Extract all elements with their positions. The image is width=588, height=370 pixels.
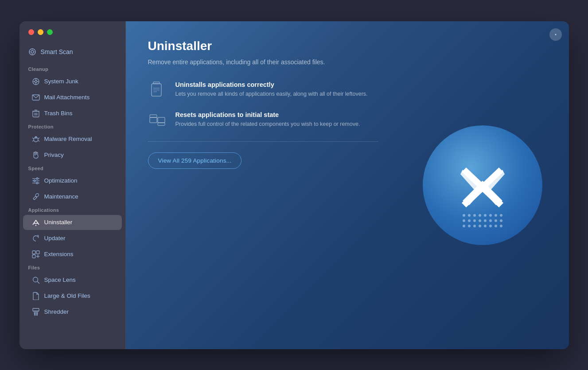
mail-icon — [32, 93, 40, 101]
svg-point-44 — [555, 34, 556, 35]
svg-rect-37 — [33, 308, 39, 311]
content-area: Uninstaller Remove entire applications, … — [148, 39, 378, 169]
sidebar-item-label: Mail Attachments — [44, 94, 90, 101]
sidebar-item-smart-scan[interactable]: Smart Scan — [19, 43, 125, 60]
sidebar-item-label: Shredder — [44, 308, 69, 315]
view-all-apps-button[interactable]: View All 259 Applications... — [148, 152, 242, 169]
feature-item-resets: Resets applications to initial state Pro… — [148, 111, 378, 131]
content-divider — [148, 141, 378, 142]
sidebar-item-shredder[interactable]: Shredder — [23, 304, 122, 319]
sliders-icon — [32, 177, 40, 185]
svg-rect-33 — [36, 251, 39, 254]
svg-line-39 — [34, 312, 35, 315]
sidebar-item-updater[interactable]: Updater — [23, 231, 122, 246]
lens-icon — [32, 276, 40, 284]
system-junk-icon — [32, 78, 40, 86]
feature-uninstalls-text: Uninstalls applications correctly Lets y… — [175, 81, 368, 98]
svg-point-7 — [35, 80, 37, 82]
sidebar-item-label: System Junk — [44, 78, 78, 85]
svg-point-0 — [29, 49, 35, 55]
sidebar-item-large-old-files[interactable]: Large & Old Files — [23, 288, 122, 304]
svg-line-22 — [38, 138, 39, 139]
svg-rect-46 — [153, 82, 160, 84]
sidebar-item-optimization[interactable]: Optimization — [23, 173, 122, 188]
maximize-button[interactable] — [47, 29, 53, 35]
sidebar-section-speed: Speed — [19, 163, 125, 173]
sidebar-item-label: Privacy — [44, 152, 64, 158]
sidebar: Smart Scan Cleanup System Junk — [19, 21, 126, 349]
sidebar-item-system-junk[interactable]: System Junk — [23, 74, 122, 89]
sidebar-item-label: Uninstaller — [44, 219, 73, 226]
extensions-icon — [32, 250, 40, 258]
svg-line-41 — [37, 312, 38, 315]
svg-rect-51 — [150, 115, 157, 117]
app-icon-container — [423, 125, 542, 245]
svg-line-24 — [38, 140, 39, 141]
close-button[interactable] — [28, 29, 34, 35]
page-subtitle: Remove entire applications, including al… — [148, 58, 378, 67]
sidebar-item-mail-attachments[interactable]: Mail Attachments — [23, 90, 122, 105]
feature-resets-icon — [148, 111, 167, 131]
svg-rect-32 — [32, 251, 35, 254]
app-logo-icon — [454, 156, 511, 214]
sidebar-item-label: Space Lens — [44, 277, 76, 283]
svg-rect-50 — [150, 117, 157, 123]
sidebar-item-label: Large & Old Files — [44, 292, 90, 299]
shredder-icon — [32, 308, 40, 316]
svg-point-35 — [33, 277, 38, 282]
sidebar-item-privacy[interactable]: Privacy — [23, 148, 122, 163]
feature-description: Lets you remove all kinds of application… — [175, 90, 368, 98]
feature-description: Provides full control of the related com… — [175, 120, 360, 129]
uninstaller-icon — [32, 218, 40, 226]
app-window: Smart Scan Cleanup System Junk — [19, 21, 569, 349]
app-icon-circle — [423, 125, 542, 245]
sidebar-section-cleanup: Cleanup — [19, 64, 125, 74]
feature-uninstalls-icon — [148, 81, 167, 101]
svg-point-30 — [36, 182, 38, 184]
svg-line-21 — [32, 138, 34, 139]
feature-resets-text: Resets applications to initial state Pro… — [175, 111, 360, 129]
svg-point-1 — [31, 51, 34, 53]
sidebar-item-label: Optimization — [44, 177, 78, 184]
sidebar-item-label: Smart Scan — [41, 48, 73, 55]
hand-icon — [32, 151, 40, 159]
svg-line-43 — [37, 312, 37, 315]
minimize-button[interactable] — [38, 29, 43, 35]
sidebar-item-label: Extensions — [44, 251, 74, 257]
updater-icon — [32, 234, 40, 242]
sidebar-item-label: Malware Removal — [44, 136, 92, 142]
settings-button[interactable] — [549, 28, 562, 41]
page-title: Uninstaller — [148, 39, 378, 53]
trash-icon — [32, 109, 40, 117]
icon-dots-decoration — [463, 214, 502, 227]
sidebar-item-label: Maintenance — [44, 193, 78, 200]
sidebar-section-protection: Protection — [19, 121, 125, 131]
svg-line-23 — [32, 140, 34, 141]
svg-line-36 — [37, 281, 39, 283]
svg-rect-52 — [158, 117, 165, 123]
sidebar-section-files: Files — [19, 262, 125, 272]
sidebar-item-space-lens[interactable]: Space Lens — [23, 273, 122, 288]
sidebar-section-applications: Applications — [19, 205, 125, 214]
feature-heading: Uninstalls applications correctly — [175, 81, 368, 88]
wrench-icon — [32, 193, 40, 201]
sidebar-item-label: Trash Bins — [44, 110, 73, 117]
sidebar-item-uninstaller[interactable]: Uninstaller — [23, 215, 122, 230]
sidebar-item-malware-removal[interactable]: Malware Removal — [23, 132, 122, 147]
sidebar-item-label: Updater — [44, 235, 66, 241]
svg-rect-34 — [32, 255, 35, 258]
sidebar-item-trash-bins[interactable]: Trash Bins — [23, 106, 122, 121]
svg-line-42 — [35, 312, 35, 315]
sidebar-item-extensions[interactable]: Extensions — [23, 247, 122, 262]
feature-heading: Resets applications to initial state — [175, 111, 360, 118]
svg-point-29 — [34, 180, 35, 182]
svg-rect-53 — [158, 123, 165, 125]
bug-icon — [32, 135, 40, 143]
sidebar-item-maintenance[interactable]: Maintenance — [23, 189, 122, 204]
main-content: Uninstaller Remove entire applications, … — [126, 21, 569, 349]
smart-scan-icon — [28, 48, 36, 56]
feature-item-uninstalls: Uninstalls applications correctly Lets y… — [148, 81, 378, 101]
title-bar — [28, 29, 53, 35]
files-icon — [32, 292, 40, 300]
svg-point-28 — [36, 178, 38, 179]
